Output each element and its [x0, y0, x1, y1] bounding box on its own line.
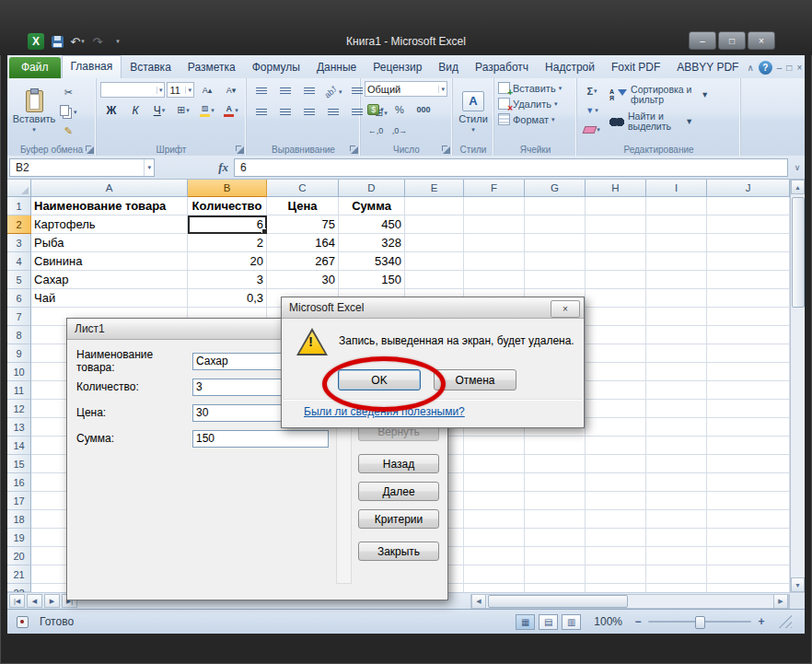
- align-right-button[interactable]: [298, 104, 320, 122]
- align-middle-button[interactable]: [274, 83, 296, 100]
- accounting-format-button[interactable]: $▾: [365, 100, 387, 118]
- view-page-break-button[interactable]: ▥: [562, 614, 581, 630]
- cell-J16[interactable]: [707, 473, 790, 492]
- decrease-decimal-button[interactable]: ,0→: [389, 122, 411, 139]
- row-header-3[interactable]: 3: [7, 234, 31, 252]
- name-box-dropdown-icon[interactable]: ▾: [144, 159, 154, 176]
- cell-G5[interactable]: [525, 271, 586, 289]
- scroll-right-button[interactable]: ▶: [773, 595, 788, 608]
- fill-button[interactable]: ▼▾: [581, 101, 603, 119]
- vertical-scrollbar[interactable]: ▲ ▼: [790, 180, 805, 592]
- cell-H8[interactable]: [586, 326, 646, 344]
- cell-J13[interactable]: [707, 418, 790, 437]
- cell-G17[interactable]: [525, 492, 586, 510]
- cell-H22[interactable]: [586, 584, 646, 592]
- comma-style-button[interactable]: 000: [412, 100, 435, 118]
- row-header-5[interactable]: 5: [7, 271, 31, 289]
- cell-I16[interactable]: [646, 473, 707, 492]
- help-button[interactable]: ?: [759, 61, 772, 75]
- cell-B5[interactable]: 3: [188, 271, 267, 289]
- cell-I12[interactable]: [646, 400, 707, 418]
- row-header-9[interactable]: 9: [7, 344, 31, 363]
- cell-A3[interactable]: Рыба: [31, 234, 188, 252]
- formula-bar-expand-button[interactable]: ∨: [790, 163, 805, 172]
- cell-G3[interactable]: [525, 234, 586, 252]
- cell-C5[interactable]: 30: [267, 271, 339, 289]
- styles-button[interactable]: А Стили ▾: [458, 91, 488, 134]
- column-header-E[interactable]: E: [405, 180, 464, 197]
- cell-F19[interactable]: [464, 529, 525, 547]
- column-header-H[interactable]: H: [586, 180, 646, 197]
- zoom-level-label[interactable]: 100%: [594, 615, 622, 628]
- column-header-F[interactable]: F: [464, 180, 525, 197]
- cell-J5[interactable]: [707, 271, 790, 289]
- autosum-button[interactable]: Σ▾: [581, 82, 603, 99]
- cell-I17[interactable]: [646, 492, 707, 510]
- increase-font-button[interactable]: А▴: [196, 81, 218, 99]
- align-left-button[interactable]: [250, 104, 273, 122]
- cell-H16[interactable]: [586, 473, 646, 492]
- cell-G21[interactable]: [525, 565, 586, 584]
- cell-C2[interactable]: 75: [267, 216, 339, 234]
- selected-cell-B2[interactable]: 6: [188, 216, 267, 234]
- ok-button[interactable]: OK: [338, 369, 421, 390]
- cell-H9[interactable]: [586, 344, 646, 363]
- row-header-18[interactable]: 18: [7, 510, 31, 529]
- help-feedback-link[interactable]: Были ли сведения полезными?: [304, 405, 465, 418]
- cell-J8[interactable]: [707, 326, 790, 344]
- cell-I6[interactable]: [646, 289, 707, 308]
- cell-H11[interactable]: [586, 381, 646, 400]
- cancel-button[interactable]: Отмена: [434, 369, 516, 390]
- cell-B1[interactable]: Количество: [188, 197, 267, 216]
- cell-I7[interactable]: [646, 308, 707, 326]
- decrease-indent-button[interactable]: [322, 104, 344, 122]
- orientation-button[interactable]: ab⤴▾: [322, 83, 344, 100]
- row-header-14[interactable]: 14: [7, 437, 31, 455]
- cell-G15[interactable]: [525, 455, 586, 473]
- ribbon-tab-review[interactable]: Рецензир: [365, 57, 430, 78]
- font-size-combo[interactable]: 11▾: [167, 82, 194, 98]
- font-family-combo[interactable]: ▾: [100, 82, 165, 98]
- sort-filter-button[interactable]: АЯ Сортировка и фильтр ▾: [607, 82, 710, 107]
- cell-B3[interactable]: 2: [188, 234, 267, 252]
- row-header-7[interactable]: 7: [7, 308, 31, 326]
- cell-J11[interactable]: [707, 381, 790, 400]
- italic-button[interactable]: К: [124, 101, 146, 119]
- cell-H15[interactable]: [586, 455, 646, 473]
- align-bottom-button[interactable]: [298, 83, 320, 100]
- copy-button[interactable]: ▾: [57, 103, 80, 121]
- cell-J7[interactable]: [707, 308, 790, 326]
- row-header-6[interactable]: 6: [7, 289, 31, 308]
- zoom-in-button[interactable]: +: [755, 615, 768, 628]
- cell-H10[interactable]: [586, 363, 646, 381]
- ribbon-tab-addins[interactable]: Надстрой: [537, 57, 603, 78]
- clear-button[interactable]: ▾: [581, 121, 603, 138]
- cell-B6[interactable]: 0,3: [188, 289, 267, 308]
- vertical-scroll-thumb[interactable]: [792, 197, 805, 308]
- alert-close-button[interactable]: ×: [551, 300, 580, 318]
- cell-F22[interactable]: [464, 584, 525, 592]
- row-header-4[interactable]: 4: [7, 252, 31, 271]
- cell-F17[interactable]: [464, 492, 525, 510]
- cell-F4[interactable]: [464, 252, 525, 271]
- cell-J3[interactable]: [707, 234, 790, 252]
- ribbon-tab-home[interactable]: Главная: [62, 55, 122, 78]
- row-header-21[interactable]: 21: [7, 565, 31, 584]
- cell-I1[interactable]: [646, 197, 707, 216]
- cell-G4[interactable]: [525, 252, 586, 271]
- ribbon-tab-data[interactable]: Данные: [308, 57, 365, 78]
- form-field-input-sum[interactable]: [192, 430, 329, 448]
- cell-H13[interactable]: [586, 418, 646, 437]
- cell-H4[interactable]: [586, 252, 646, 271]
- cut-button[interactable]: ✂: [57, 84, 80, 101]
- cell-E5[interactable]: [405, 271, 464, 289]
- column-header-C[interactable]: C: [267, 180, 339, 197]
- sheet-nav-prev-button[interactable]: ◀: [27, 594, 42, 608]
- cell-H12[interactable]: [586, 400, 646, 418]
- ribbon-tab-foxit[interactable]: Foxit PDF: [603, 57, 668, 78]
- sheet-nav-first-button[interactable]: |◀: [9, 594, 25, 608]
- view-page-layout-button[interactable]: ▤: [539, 614, 558, 630]
- cell-J6[interactable]: [707, 289, 790, 308]
- cell-H1[interactable]: [586, 197, 646, 216]
- cell-F3[interactable]: [464, 234, 525, 252]
